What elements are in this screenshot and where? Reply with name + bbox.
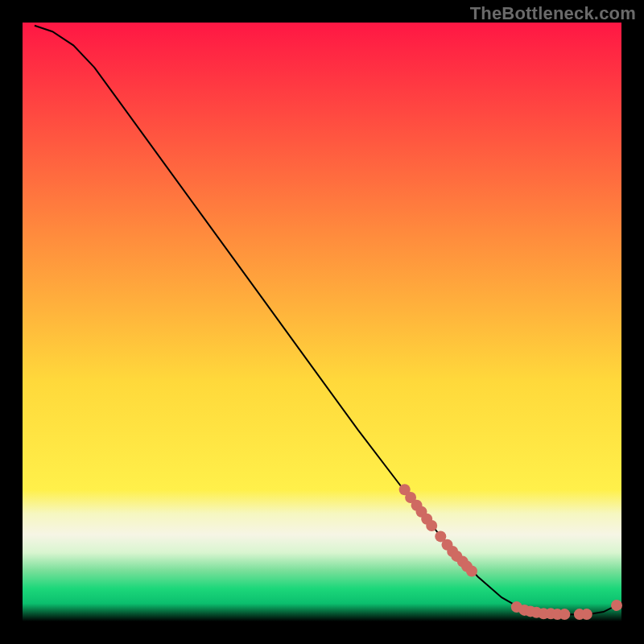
data-marker [611,600,622,611]
chart-stage: TheBottleneck.com [0,0,644,644]
data-marker [426,520,437,531]
plot-background [23,23,621,621]
data-marker [559,609,570,620]
bottleneck-chart [0,0,644,644]
data-marker [581,609,592,620]
data-marker [466,566,477,577]
watermark-label: TheBottleneck.com [470,3,636,24]
